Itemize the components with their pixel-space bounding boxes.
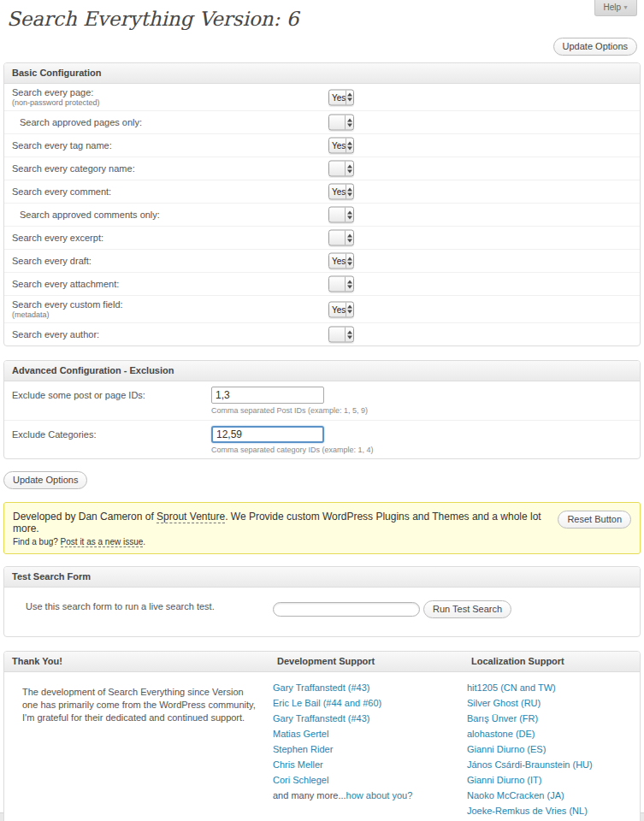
localization-support-link[interactable]: Gianni Diurno (ES) xyxy=(467,744,640,754)
sprout-venture-link[interactable]: Sprout Venture xyxy=(157,511,225,523)
more-line: and many more...how about you? xyxy=(273,790,464,800)
localization-support-link[interactable]: alohastone (DE) xyxy=(467,729,640,739)
config-row: Search approved comments only: xyxy=(4,203,640,226)
exclusion-row-field: Comma separated category IDs (example: 1… xyxy=(211,426,374,454)
select-stepper-icon xyxy=(345,115,353,130)
select-value xyxy=(329,162,345,176)
notice-line1: Developed by Dan Cameron of Sprout Ventu… xyxy=(13,511,563,535)
localization-support-link[interactable]: Barış Ünver (FR) xyxy=(467,713,640,724)
config-row: Search every tag name: Yes xyxy=(4,133,640,157)
more-line-text: and many more... xyxy=(273,790,346,800)
localization-support-link[interactable]: Naoko McCracken (JA) xyxy=(467,790,640,800)
select-value xyxy=(329,328,345,342)
exclusion-input[interactable] xyxy=(211,387,324,404)
basic-configuration-header: Basic Configuration xyxy=(4,63,640,84)
config-row-select[interactable] xyxy=(328,207,354,223)
config-row-select[interactable]: Yes xyxy=(328,253,354,269)
localization-support-link[interactable]: János Csárdi-Braunstein (HU) xyxy=(467,759,640,770)
select-value xyxy=(329,231,345,245)
config-row-select[interactable] xyxy=(328,327,354,343)
localization-support-links: hit1205 (CN and TW)Silver Ghost (RU)Barı… xyxy=(464,672,640,821)
select-value xyxy=(329,277,345,292)
development-support-link[interactable]: Chris Meller xyxy=(273,759,464,770)
bottom-actions: Update Options xyxy=(0,459,644,489)
config-row-select[interactable] xyxy=(328,276,354,292)
config-row-select[interactable]: Yes xyxy=(328,301,354,317)
update-options-button-top[interactable]: Update Options xyxy=(553,38,637,56)
config-row: Search every category name: xyxy=(4,157,640,180)
config-row: Search every attachment: xyxy=(4,272,640,295)
development-support-link[interactable]: Gary Traffanstedt (#43) xyxy=(273,713,464,724)
config-row-label: Search every tag name: xyxy=(12,140,640,151)
development-support-link[interactable]: Gary Traffanstedt (#43) xyxy=(273,682,464,693)
exclusion-row: Exclude some post or page IDs: Comma sep… xyxy=(4,381,640,420)
config-row-label: Search every draft: xyxy=(12,256,640,266)
localization-support-link[interactable]: Joeke-Remkus de Vries (NL) xyxy=(467,806,640,816)
thank-you-header-bar: Thank You! Development Support Localizat… xyxy=(4,652,640,672)
development-support-link[interactable]: Eric Le Bail (#44 and #60) xyxy=(273,698,464,708)
select-stepper-icon xyxy=(346,139,353,153)
test-search-description: Use this search form to run a live searc… xyxy=(26,601,215,611)
config-row-label: Search every custom field: xyxy=(12,299,640,310)
thank-you-panel: Thank You! Development Support Localizat… xyxy=(3,651,641,821)
update-options-button-bottom[interactable]: Update Options xyxy=(3,471,87,489)
config-row: Search every draft: Yes xyxy=(4,249,640,272)
config-row-sublabel: (metadata) xyxy=(12,310,640,319)
development-support-link[interactable]: Matias Gertel xyxy=(273,729,464,739)
config-row-select[interactable]: Yes xyxy=(328,184,354,200)
config-row: Search every custom field: (metadata) Ye… xyxy=(4,295,640,322)
advanced-configuration-panel: Advanced Configuration - Exclusion Exclu… xyxy=(3,360,641,459)
chevron-down-icon: ▼ xyxy=(623,4,629,10)
notice-line2-post: . xyxy=(143,537,145,546)
development-support-link[interactable]: Stephen Rider xyxy=(273,744,464,754)
how-about-you-link[interactable]: how about you? xyxy=(346,790,413,800)
development-support-link[interactable]: Cori Schlegel xyxy=(273,775,464,785)
select-value: Yes xyxy=(329,302,346,316)
basic-config-rows: Search every page: (non-password protect… xyxy=(4,84,640,346)
select-stepper-icon xyxy=(346,254,353,269)
select-value xyxy=(329,115,345,130)
test-search-input[interactable] xyxy=(273,602,420,617)
help-tab[interactable]: Help▼ xyxy=(594,0,637,16)
config-row: Search every author: xyxy=(4,322,640,346)
notice-line2-pre: Find a bug? xyxy=(13,537,61,546)
select-value: Yes xyxy=(329,185,346,199)
config-row-select[interactable] xyxy=(328,161,354,177)
config-row: Search every page: (non-password protect… xyxy=(4,84,640,110)
run-test-search-button[interactable]: Run Test Search xyxy=(423,600,511,618)
notice-line1-pre: Developed by Dan Cameron of xyxy=(13,511,157,523)
select-stepper-icon xyxy=(345,162,353,176)
top-actions: Update Options xyxy=(0,30,644,62)
select-value: Yes xyxy=(329,139,346,153)
exclusion-input[interactable] xyxy=(211,426,324,443)
localization-support-title: Localization Support xyxy=(464,652,640,671)
config-row-select[interactable]: Yes xyxy=(328,89,354,105)
reset-button[interactable]: Reset Button xyxy=(558,511,631,529)
notice-line2: Find a bug? Post it as a new issue. xyxy=(13,537,563,546)
exclusion-helper-text: Comma separated category IDs (example: 1… xyxy=(211,446,374,454)
thank-you-body: The development of Search Everything sin… xyxy=(4,672,640,821)
development-support-title: Development Support xyxy=(269,652,464,671)
thank-you-title: Thank You! xyxy=(4,652,269,671)
localization-support-link[interactable]: hit1205 (CN and TW) xyxy=(467,682,640,693)
config-row: Search every comment: Yes xyxy=(4,180,640,203)
basic-configuration-panel: Basic Configuration Search every page: (… xyxy=(3,62,641,346)
post-new-issue-link[interactable]: Post it as a new issue xyxy=(61,537,144,547)
config-row-select[interactable]: Yes xyxy=(328,138,354,154)
config-row: Search every excerpt: xyxy=(4,226,640,249)
exclusion-row-field: Comma separated Post IDs (example: 1, 5,… xyxy=(211,387,368,415)
config-row-select[interactable] xyxy=(328,115,354,131)
test-search-panel: Test Search Form Use this search form to… xyxy=(3,566,641,637)
select-stepper-icon xyxy=(346,302,353,316)
development-support-links: Gary Traffanstedt (#43)Eric Le Bail (#44… xyxy=(269,672,464,821)
localization-support-link[interactable]: Gianni Diurno (IT) xyxy=(467,775,640,785)
select-stepper-icon xyxy=(345,277,353,292)
admin-page: Help▼ Search Everything Version: 6 Updat… xyxy=(0,0,644,813)
page-title: Search Everything Version: 6 xyxy=(0,0,644,30)
localization-support-link[interactable]: Silver Ghost (RU) xyxy=(467,698,640,708)
config-row-label: Search every page: xyxy=(12,87,640,97)
select-stepper-icon xyxy=(345,231,353,245)
config-row-label: Search every category name: xyxy=(12,163,640,174)
config-row-select[interactable] xyxy=(328,230,354,246)
select-value xyxy=(329,208,345,222)
